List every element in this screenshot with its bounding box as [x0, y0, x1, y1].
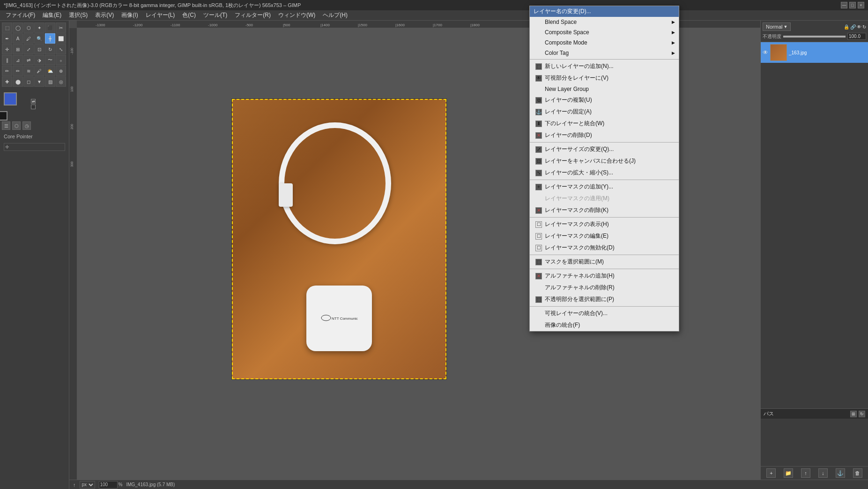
opacity-slider[interactable] [783, 36, 846, 38]
menu-item-blend-space[interactable]: Blend Space [530, 17, 679, 27]
layer-button-folder[interactable]: 📁 [784, 468, 793, 478]
menu-item-scale-layer[interactable]: ⤡ レイヤーの拡大・縮小(S)... [530, 167, 679, 179]
tool-move[interactable]: ✛ [2, 44, 12, 54]
tool-cage[interactable]: ⬗ [34, 55, 45, 65]
menu-item-color-tag[interactable]: Color Tag [530, 48, 679, 58]
tool-rotate[interactable]: ↻ [45, 44, 55, 54]
reset-colors-icon[interactable] [31, 105, 36, 109]
menu-item-layer-to-canvas[interactable]: ⊡ レイヤーをキャンバスに合わせる(J) [530, 155, 679, 167]
close-button[interactable]: × [858, 2, 864, 8]
menu-item-composite-space[interactable]: Composite Space [530, 27, 679, 38]
menu-item-add-mask[interactable]: + レイヤーマスクの追加(Y)... [530, 181, 679, 193]
tool-shear[interactable]: ∥ [2, 55, 12, 65]
tool-heal[interactable]: ✚ [2, 76, 12, 87]
menu-item-anchor-layer[interactable]: ⚓ レイヤーの固定(A) [530, 106, 679, 118]
opacity-input[interactable] [847, 33, 866, 40]
menu-item-mask-to-selection[interactable]: ⬚ マスクを選択範囲に(M) [530, 256, 679, 268]
menu-item-duplicate-layer[interactable]: ⧉ レイヤーの複製(U) [530, 94, 679, 106]
paths-option-icon[interactable]: ⊞ [850, 411, 857, 417]
layer-button-delete[interactable]: 🗑 [853, 468, 862, 478]
tool-scale[interactable]: ⤡ [56, 44, 66, 54]
menu-item-flatten-visible[interactable]: 可視レイヤーの統合(V)... [530, 308, 679, 319]
export-icon-area[interactable]: ↑ [73, 482, 76, 488]
menu-help[interactable]: ヘルプ(H) [319, 10, 351, 20]
menu-item-disable-mask[interactable]: ☐ レイヤーマスクの無効化(D) [530, 242, 679, 254]
menu-item-show-mask[interactable]: ☐ レイヤーマスクの表示(H) [530, 218, 679, 230]
menu-item-visible-to-layer[interactable]: 👁 可視部分をレイヤーに(V) [530, 72, 679, 84]
menu-item-flatten-image[interactable]: 画像の統合(F) [530, 319, 679, 331]
tool-3d-transform[interactable]: ⬦ [56, 55, 66, 65]
tool-ellipse-select[interactable]: ◯ [13, 23, 23, 33]
menu-item-to-selection[interactable]: ⬚ 不透明部分を選択範囲に(P) [530, 293, 679, 305]
swap-colors-icon[interactable]: ⇄ [31, 99, 36, 104]
menu-view[interactable]: 表示(V) [91, 10, 118, 20]
tool-dodge[interactable]: ⬤ [13, 76, 23, 87]
menu-select[interactable]: 選択(S) [65, 10, 91, 20]
tool-text[interactable]: A [13, 33, 23, 44]
tool-fuzzy-select[interactable]: ✦ [34, 23, 45, 33]
menu-item-apply-mask[interactable]: レイヤーマスクの適用(M) [530, 193, 679, 204]
canvas-area[interactable]: -1300 -1200 -1100 -1000 -500 |500 |1400 … [69, 21, 868, 480]
zoom-input[interactable] [99, 481, 118, 489]
menu-item-add-alpha[interactable]: ✕ アルファチャネルの追加(H) [530, 270, 679, 282]
menu-item-merge-down[interactable]: ⬇ 下のレイヤーと統合(W) [530, 118, 679, 129]
tool-flip[interactable]: ⇌ [23, 55, 34, 65]
minimize-button[interactable]: — [841, 2, 847, 8]
menu-layer[interactable]: レイヤー(L) [142, 10, 179, 20]
layer-button-up[interactable]: ↑ [801, 468, 810, 478]
menu-windows[interactable]: ウィンドウ(W) [274, 10, 319, 20]
layer-button-new[interactable]: + [766, 468, 776, 478]
menu-tools[interactable]: ツール(T) [200, 10, 231, 20]
canvas-image[interactable]: NTT Communications [231, 98, 447, 380]
tool-paint[interactable]: ✏ [2, 66, 12, 76]
blend-mode-select[interactable]: Normal ▼ [763, 23, 791, 31]
menu-item-new-layer-group[interactable]: New Layer Group [530, 84, 679, 94]
tool-gradient[interactable]: ▨ [45, 76, 55, 87]
maximize-button[interactable]: □ [849, 2, 856, 8]
tool-blur[interactable]: ◎ [56, 76, 66, 87]
tool-measure[interactable]: ╋ [45, 33, 55, 44]
tool-crop[interactable]: ⊡ [34, 44, 45, 54]
menu-edit[interactable]: 編集(E) [39, 10, 65, 20]
menu-item-layer-size[interactable]: ⤢ レイヤーサイズの変更(Q)... [530, 143, 679, 155]
tool-gegl-op[interactable]: ⬜ [56, 33, 66, 44]
paths-refresh-icon[interactable]: ↻ [859, 411, 865, 417]
tool-ink[interactable]: 🖋 [34, 66, 45, 76]
background-color[interactable] [0, 111, 7, 120]
tool-transform[interactable]: ⤢ [23, 44, 34, 54]
menu-item-remove-alpha[interactable]: アルファチャネルの削除(R) [530, 282, 679, 293]
tool-resource-icon[interactable]: ⬡ [12, 121, 21, 130]
tool-warp[interactable]: 〜 [45, 55, 55, 65]
tool-bucket[interactable]: ▼ [34, 76, 45, 87]
tool-perspective[interactable]: ⊿ [13, 55, 23, 65]
tool-color-picker[interactable]: 🖊 [23, 33, 34, 44]
menu-image[interactable]: 画像(I) [118, 10, 141, 20]
menu-item-delete-mask[interactable]: ✕ レイヤーマスクの削除(K) [530, 204, 679, 216]
tool-clone[interactable]: ⊕ [56, 66, 66, 76]
tool-align[interactable]: ⊞ [13, 44, 23, 54]
menu-item-delete-layer[interactable]: ✕ レイヤーの削除(D) [530, 129, 679, 141]
menu-item-new-layer[interactable]: ⬚ 新しいレイヤーの追加(N)... [530, 60, 679, 72]
visibility-icon[interactable]: 👁 [763, 49, 768, 56]
foreground-color[interactable] [4, 92, 17, 105]
tool-paths[interactable]: ✒ [2, 33, 12, 44]
layer-button-down[interactable]: ↓ [818, 468, 828, 478]
layer-button-anchor[interactable]: ⚓ [836, 468, 845, 478]
tool-pencil[interactable]: ✏ [13, 66, 23, 76]
menu-file[interactable]: ファイル(F) [2, 10, 39, 20]
layer-item-active[interactable]: 👁 _163.jpg [761, 42, 868, 63]
unit-select[interactable]: px [80, 481, 95, 489]
tool-select-by-color[interactable]: ⬛ [45, 23, 55, 33]
menu-color[interactable]: 色(C) [178, 10, 200, 20]
canvas-viewport[interactable]: NTT Communications [77, 28, 868, 480]
tool-smudge[interactable]: ⛅ [45, 66, 55, 76]
menu-item-edit-mask[interactable]: ☐ レイヤーマスクの編集(E) [530, 230, 679, 242]
tool-free-select[interactable]: ⬡ [23, 23, 34, 33]
tool-airbrush[interactable]: ≋ [23, 66, 34, 76]
tool-history-icon[interactable]: ◷ [22, 121, 31, 130]
tool-eraser[interactable]: ◻ [23, 76, 34, 87]
tool-zoom[interactable]: 🔍 [34, 33, 45, 44]
tool-scissors[interactable]: ✂ [56, 23, 66, 33]
tool-rectangle-select[interactable]: ⬚ [2, 23, 12, 33]
menu-item-composite-mode[interactable]: Composite Mode [530, 38, 679, 48]
